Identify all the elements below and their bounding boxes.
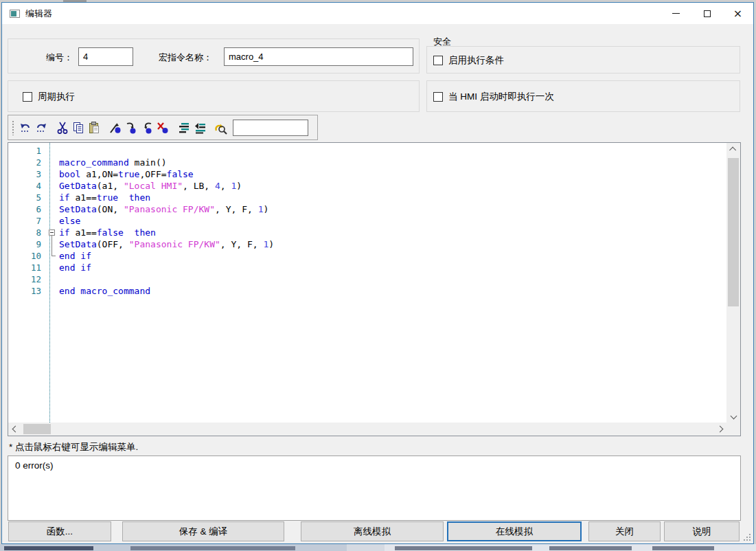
code-text: else (59, 216, 80, 226)
line-number: 6 (8, 204, 44, 214)
minimize-icon (672, 13, 680, 14)
maximize-icon (704, 10, 711, 17)
goto-line-icon[interactable] (176, 120, 192, 135)
online-sim-button[interactable]: 在线模拟 (447, 521, 582, 541)
code-line[interactable]: 5if a1==true then (8, 192, 726, 203)
function-button[interactable]: 函数... (8, 521, 111, 541)
code-text: macro_command main() (59, 157, 167, 168)
fold-column (48, 203, 59, 215)
line-number: 10 (8, 251, 44, 261)
help-button[interactable]: 说明 (664, 521, 740, 541)
window-title: 编辑器 (25, 8, 52, 20)
cut-icon[interactable] (54, 120, 70, 135)
vertical-scrollbar[interactable] (726, 143, 740, 423)
scrollbar-corner (726, 423, 740, 436)
scroll-down-icon[interactable] (726, 409, 740, 423)
code-text: end if (59, 262, 91, 273)
code-editor[interactable]: 12macro_command main()3bool a1,ON=true,O… (8, 142, 741, 436)
macro-name-input[interactable] (224, 47, 413, 66)
line-number: 8 (8, 227, 44, 238)
fold-column (48, 157, 59, 168)
line-number: 2 (8, 157, 44, 168)
startup-checkbox-row[interactable]: 当 HMI 启动时即执行一次 (433, 91, 554, 103)
code-line[interactable]: 4GetData(a1, "Local HMI", LB, 4, 1) (8, 180, 726, 192)
clear-bookmarks-icon[interactable] (154, 120, 170, 135)
find-replace-icon[interactable] (213, 120, 229, 135)
id-name-group: 编号： 宏指令名称： (8, 38, 420, 74)
periodic-group: 周期执行 (8, 80, 420, 112)
periodic-checkbox-row[interactable]: 周期执行 (23, 91, 75, 103)
clipped-text (130, 546, 295, 550)
line-number: 4 (8, 181, 44, 191)
line-number: 9 (8, 239, 44, 249)
window-controls: × (661, 3, 753, 24)
code-line[interactable]: 6SetData(ON, "Panasonic FP/KW", Y, F, 1) (8, 203, 726, 215)
minimize-button[interactable] (661, 3, 691, 24)
number-input[interactable] (78, 47, 133, 66)
titlebar[interactable]: 编辑器 × (2, 3, 753, 24)
fold-column (48, 285, 59, 297)
clipped-text (652, 546, 714, 550)
code-line[interactable]: 13end macro_command (8, 285, 726, 297)
close-dialog-button[interactable]: 关闭 (588, 521, 661, 541)
copy-icon[interactable] (70, 120, 86, 135)
collapse-icon[interactable] (49, 229, 55, 236)
line-number: 7 (8, 216, 44, 226)
code-line[interactable]: 11end if (8, 262, 726, 273)
code-text: if a1==false then (59, 227, 156, 238)
scroll-right-icon[interactable] (713, 423, 726, 436)
code-area[interactable]: 12macro_command main()3bool a1,ON=true,O… (8, 143, 726, 423)
code-text: GetData(a1, "Local HMI", LB, 4, 1) (59, 181, 242, 191)
periodic-checkbox[interactable] (23, 92, 32, 102)
fold-column (48, 168, 59, 180)
next-bookmark-icon[interactable] (123, 120, 139, 135)
scroll-left-icon[interactable] (8, 423, 22, 436)
horizontal-scrollbar-thumb[interactable] (23, 424, 51, 434)
periodic-label: 周期执行 (38, 91, 75, 103)
maximize-button[interactable] (691, 3, 722, 24)
number-label: 编号： (46, 52, 73, 64)
startup-checkbox[interactable] (433, 92, 443, 102)
enable-condition-checkbox[interactable] (433, 56, 443, 65)
undo-icon[interactable] (17, 120, 33, 135)
close-button[interactable]: × (722, 3, 753, 24)
code-line[interactable]: 7else (8, 215, 726, 227)
paste-icon[interactable] (86, 120, 102, 135)
close-icon: × (733, 8, 742, 19)
macro-editor-icon (10, 10, 20, 18)
resize-grip-icon[interactable] (744, 534, 751, 541)
code-line[interactable]: 2macro_command main() (8, 157, 726, 168)
outdent-icon[interactable] (192, 120, 207, 135)
scroll-up-icon[interactable] (726, 143, 740, 157)
fold-column (48, 215, 59, 227)
line-number: 3 (8, 169, 44, 179)
code-line[interactable]: 1 (8, 145, 726, 157)
code-line[interactable]: 12 (8, 273, 726, 285)
toggle-bookmark-icon[interactable] (107, 120, 123, 135)
line-number: 1 (8, 146, 44, 156)
offline-sim-button[interactable]: 离线模拟 (301, 521, 444, 541)
previous-bookmark-icon[interactable] (139, 120, 154, 135)
fold-column (48, 180, 59, 192)
fold-column (48, 262, 59, 273)
clipped-text (4, 546, 93, 550)
clipped-text (395, 546, 532, 550)
vertical-scrollbar-thumb[interactable] (728, 158, 739, 306)
code-text: bool a1,ON=true,OFF=false (59, 169, 194, 179)
code-text: SetData(OFF, "Panasonic FP/KW", Y, F, 1) (59, 239, 274, 249)
redo-icon[interactable] (33, 120, 49, 135)
toolbar-search-input[interactable] (233, 120, 308, 136)
editor-toolbar (8, 115, 318, 140)
code-line[interactable]: 8if a1==false then (8, 227, 726, 238)
fold-column (48, 192, 59, 203)
toolbar-grip[interactable] (12, 120, 14, 135)
security-group: 启用执行条件 (426, 46, 740, 74)
code-line[interactable]: 3bool a1,ON=true,OFF=false (8, 168, 726, 180)
enable-condition-checkbox-row[interactable]: 启用执行条件 (433, 54, 504, 67)
save-compile-button[interactable]: 保存 & 编译 (122, 521, 284, 541)
fold-marker[interactable] (48, 227, 59, 238)
horizontal-scrollbar[interactable] (8, 423, 726, 436)
code-line[interactable]: 10end if (8, 250, 726, 262)
code-text: end if (59, 251, 91, 261)
code-line[interactable]: 9SetData(OFF, "Panasonic FP/KW", Y, F, 1… (8, 238, 726, 250)
